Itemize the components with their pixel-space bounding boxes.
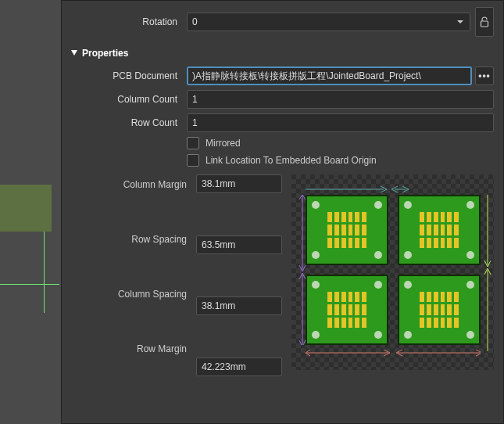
- column-spacing-field[interactable]: 38.1mm: [196, 296, 282, 315]
- row-count-label: Row Count: [71, 117, 187, 128]
- row-spacing-label: Row Spacing: [131, 234, 187, 245]
- column-margin-arrow: [306, 184, 481, 195]
- row-spacing-field[interactable]: 63.5mm: [196, 235, 282, 254]
- row-count-field[interactable]: 1: [187, 113, 494, 132]
- pcb-document-label: PCB Document: [71, 70, 187, 81]
- column-spacing-label: Column Spacing: [118, 289, 187, 300]
- column-margin-field[interactable]: 38.1mm: [196, 174, 282, 193]
- column-margin-label: Column Margin: [123, 179, 187, 190]
- link-location-checkbox[interactable]: Link Location To Embedded Board Origin: [187, 154, 494, 167]
- properties-section-header[interactable]: Properties: [71, 48, 494, 59]
- board-outline-fragment: [0, 185, 52, 232]
- unlock-icon: [480, 16, 489, 27]
- properties-panel: Rotation 0 Properties PCB Document )A指静脉…: [61, 0, 504, 424]
- pcb-document-field[interactable]: )A指静脉转接板\转接板拼版工程\JointedBoard_Project\: [187, 66, 472, 85]
- diagram-board: [398, 275, 481, 345]
- collapse-triangle-icon: [71, 50, 77, 56]
- svg-rect-0: [481, 21, 488, 27]
- checkbox-icon: [187, 154, 199, 167]
- link-location-label: Link Location To Embedded Board Origin: [206, 155, 377, 166]
- row-margin-label: Row Margin: [137, 343, 187, 354]
- origin-cross-vertical: [44, 232, 45, 313]
- rotation-label: Rotation: [71, 16, 187, 27]
- pcb-document-browse-button[interactable]: •••: [475, 66, 494, 85]
- column-count-label: Column Count: [71, 94, 187, 105]
- mirrored-label: Mirrored: [206, 138, 241, 149]
- origin-cross-horizontal: [0, 284, 59, 285]
- lock-toggle[interactable]: [475, 7, 494, 37]
- design-canvas: [0, 0, 59, 424]
- column-spacing-arrow: [306, 348, 481, 358]
- diagram-board: [398, 195, 481, 265]
- mirrored-checkbox[interactable]: Mirrored: [187, 137, 494, 149]
- rotation-dropdown[interactable]: 0: [187, 13, 470, 31]
- row-margin-arrow: [482, 195, 493, 351]
- spacing-diagram: [291, 174, 494, 370]
- row-margin-field[interactable]: 42.223mm: [196, 358, 282, 376]
- column-count-field[interactable]: 1: [187, 90, 494, 109]
- diagram-board: [306, 195, 388, 265]
- checkbox-icon: [187, 137, 199, 149]
- properties-section-title: Properties: [82, 48, 128, 59]
- diagram-board: [306, 275, 388, 345]
